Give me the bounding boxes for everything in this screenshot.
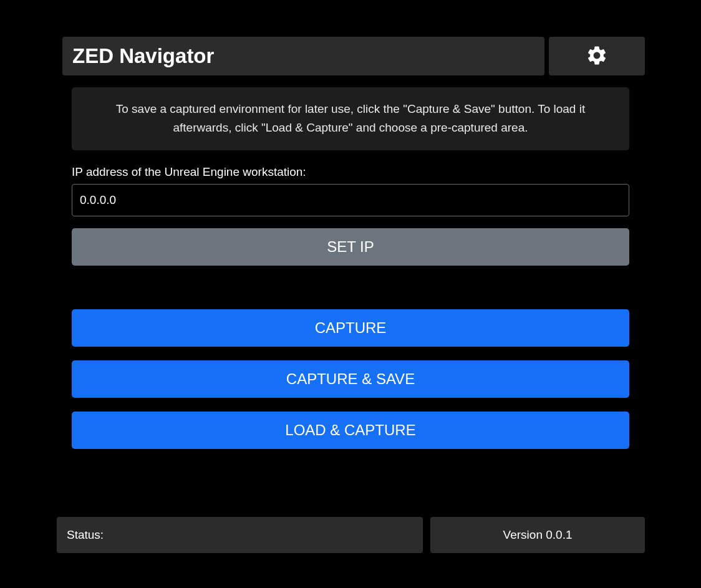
- load-capture-button[interactable]: LOAD & CAPTURE: [72, 412, 629, 449]
- capture-save-button[interactable]: CAPTURE & SAVE: [72, 360, 629, 398]
- ip-address-label: IP address of the Unreal Engine workstat…: [72, 165, 629, 179]
- gear-icon: [586, 44, 608, 69]
- set-ip-button[interactable]: SET IP: [72, 228, 629, 266]
- capture-button[interactable]: CAPTURE: [72, 309, 629, 347]
- version-box: Version 0.0.1: [430, 517, 645, 553]
- page-title: ZED Navigator: [62, 37, 544, 75]
- ip-address-input[interactable]: [72, 184, 629, 216]
- status-box: Status:: [57, 517, 423, 553]
- info-message: To save a captured environment for later…: [72, 87, 629, 150]
- settings-button[interactable]: [549, 37, 645, 75]
